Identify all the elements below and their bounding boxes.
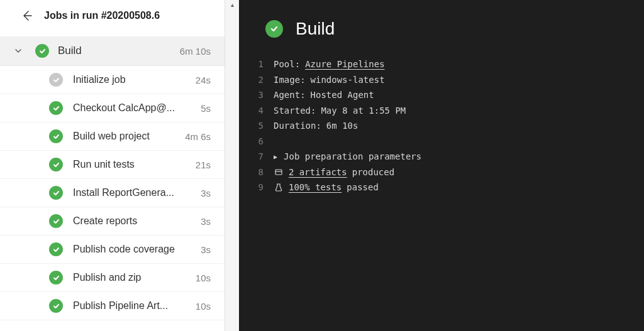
- check-icon: [49, 101, 63, 115]
- svg-rect-0: [275, 170, 282, 175]
- log-line-expandable[interactable]: 7▶Job preparation parameters: [239, 149, 644, 165]
- check-icon: [49, 242, 63, 256]
- step-duration: 3s: [201, 244, 211, 255]
- log-value: 6m 10s: [326, 118, 358, 134]
- log-line: 4Started: May 8 at 1:55 PM: [239, 103, 644, 119]
- check-icon: [35, 44, 49, 58]
- log-line: 1Pool: Azure Pipelines: [239, 57, 644, 72]
- log-value: May 8 at 1:55 PM: [321, 103, 406, 119]
- log-output: 1Pool: Azure Pipelines 2Image: windows-l…: [239, 57, 644, 195]
- step-name: Create reports: [73, 215, 194, 227]
- step-name: Checkout CalcApp@...: [73, 102, 194, 114]
- step-item[interactable]: Checkout CalcApp@... 5s: [0, 94, 225, 122]
- sidebar-header: Jobs in run #20200508.6: [0, 0, 225, 36]
- step-item[interactable]: Run unit tests 21s: [0, 151, 225, 179]
- artifacts-link[interactable]: 2 artifacts: [289, 165, 347, 180]
- artifact-icon: [274, 167, 284, 177]
- log-value: Job preparation parameters: [284, 149, 421, 165]
- job-duration: 6m 10s: [180, 46, 211, 57]
- sidebar-title: Jobs in run #20200508.6: [44, 10, 160, 21]
- step-duration: 21s: [196, 160, 211, 170]
- log-label: Image:: [274, 72, 306, 88]
- step-duration: 5s: [201, 103, 211, 114]
- check-icon: [265, 20, 283, 38]
- job-group-build[interactable]: Build 6m 10s: [0, 36, 225, 66]
- pool-link[interactable]: Azure Pipelines: [305, 57, 384, 72]
- step-item[interactable]: Initialize job 24s: [0, 66, 225, 94]
- log-value: windows-latest: [311, 72, 385, 88]
- job-name: Build: [58, 45, 180, 57]
- scrollbar[interactable]: ▴: [225, 0, 239, 331]
- chevron-down-icon: [13, 46, 24, 55]
- log-line: 6: [239, 134, 644, 149]
- check-icon: [49, 158, 63, 171]
- log-suffix: produced: [352, 165, 394, 180]
- step-duration: 3s: [201, 216, 211, 227]
- scroll-up-icon[interactable]: ▴: [231, 1, 234, 8]
- detail-pane: Build 1Pool: Azure Pipelines 2Image: win…: [239, 0, 644, 331]
- log-suffix: passed: [347, 180, 379, 195]
- back-arrow-icon[interactable]: [20, 9, 34, 23]
- check-icon: [49, 129, 63, 143]
- step-duration: 10s: [196, 301, 211, 312]
- step-duration: 24s: [196, 75, 211, 85]
- detail-title: Build: [296, 19, 335, 39]
- log-line: 2Image: windows-latest: [239, 72, 644, 88]
- step-name: Publish code coverage: [73, 244, 194, 255]
- step-item[interactable]: Create reports 3s: [0, 207, 225, 236]
- log-line: 8 2 artifacts produced: [239, 165, 644, 180]
- step-duration: 4m 6s: [185, 131, 211, 142]
- step-item[interactable]: Publish Pipeline Art... 10s: [0, 292, 225, 320]
- step-duration: 10s: [196, 273, 211, 283]
- step-name: Publish Pipeline Art...: [73, 300, 189, 312]
- step-name: Publish and zip: [73, 272, 189, 283]
- log-label: Pool:: [274, 57, 300, 72]
- check-icon: [49, 186, 63, 200]
- detail-header: Build: [239, 0, 644, 57]
- log-line: 9 100% tests passed: [239, 180, 644, 195]
- step-item[interactable]: Build web project 4m 6s: [0, 122, 225, 151]
- step-name: Initialize job: [73, 74, 189, 85]
- step-name: Build web project: [73, 131, 179, 142]
- check-icon: [49, 214, 63, 228]
- log-value: Hosted Agent: [311, 87, 374, 103]
- check-icon: [49, 271, 63, 285]
- step-list: Initialize job 24s Checkout CalcApp@... …: [0, 66, 225, 331]
- log-label: Started:: [274, 103, 316, 119]
- step-item[interactable]: Publish code coverage 3s: [0, 236, 225, 264]
- log-label: Agent:: [274, 87, 306, 103]
- log-line: 5Duration: 6m 10s: [239, 118, 644, 134]
- jobs-sidebar: Jobs in run #20200508.6 Build 6m 10s Ini…: [0, 0, 225, 331]
- check-icon: [49, 299, 63, 313]
- expand-triangle-icon: ▶: [274, 151, 277, 163]
- tests-link[interactable]: 100% tests: [289, 180, 341, 195]
- check-icon: [49, 73, 63, 87]
- flask-icon: [274, 182, 284, 192]
- step-duration: 3s: [201, 188, 211, 198]
- log-line: 3Agent: Hosted Agent: [239, 87, 644, 103]
- log-label: Duration:: [274, 118, 321, 134]
- step-name: Install ReportGenera...: [73, 187, 194, 198]
- step-name: Run unit tests: [73, 159, 189, 170]
- step-item[interactable]: Install ReportGenera... 3s: [0, 179, 225, 207]
- step-item[interactable]: Publish and zip 10s: [0, 264, 225, 292]
